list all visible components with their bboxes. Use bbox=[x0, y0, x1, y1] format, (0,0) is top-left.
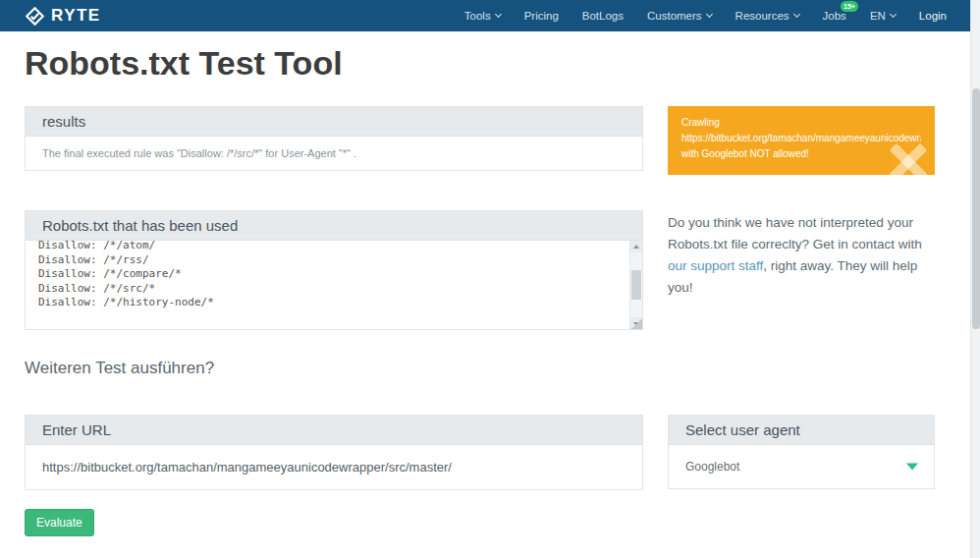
page-title: Robots.txt Test Tool bbox=[25, 44, 935, 82]
selected-user-agent: Googlebot bbox=[685, 460, 739, 474]
robots-content-textarea[interactable]: Disallow: /*/atom/ Disallow: /*/rss/ Dis… bbox=[26, 241, 642, 329]
textarea-scrollbar[interactable] bbox=[629, 241, 642, 329]
nav-item-label: Customers bbox=[647, 10, 702, 22]
evaluate-button[interactable]: Evaluate bbox=[25, 509, 94, 536]
nav-item-jobs[interactable]: Jobs 15+ bbox=[811, 0, 858, 31]
nav-item-botlogs[interactable]: BotLogs bbox=[571, 0, 635, 31]
scrollbar-thumb[interactable] bbox=[631, 270, 641, 300]
enter-url-header: Enter URL bbox=[26, 416, 642, 445]
results-panel-header: results bbox=[26, 107, 642, 137]
alert-line3: with Googlebot NOT allowed! bbox=[681, 148, 809, 159]
nav-item-label: BotLogs bbox=[582, 10, 624, 22]
ryte-logo[interactable]: RYTE bbox=[26, 6, 101, 26]
chevron-down-icon bbox=[495, 11, 502, 18]
brand-name: RYTE bbox=[51, 6, 101, 26]
robots-panel: Robots.txt that has been used Disallow: … bbox=[25, 210, 643, 330]
chevron-down-icon bbox=[793, 11, 800, 18]
robots-panel-header: Robots.txt that has been used bbox=[26, 211, 642, 241]
nav-menu: Tools Pricing BotLogs Customers Resource… bbox=[453, 0, 958, 31]
jobs-count-badge: 15+ bbox=[841, 1, 858, 12]
page-container: Robots.txt Test Tool results The final e… bbox=[0, 44, 935, 536]
nav-item-tools[interactable]: Tools bbox=[453, 0, 513, 31]
robots-panel-body: Disallow: /*/atom/ Disallow: /*/rss/ Dis… bbox=[26, 241, 642, 329]
not-allowed-x-icon bbox=[886, 140, 931, 175]
retest-prompt: Weiteren Test ausführen? bbox=[25, 359, 935, 378]
nav-item-login[interactable]: Login bbox=[907, 0, 958, 31]
results-panel-body: The final executed rule was "Disallow: /… bbox=[26, 137, 642, 170]
nav-item-label: Login bbox=[919, 10, 947, 22]
enter-url-body bbox=[26, 445, 642, 489]
url-input[interactable] bbox=[26, 445, 642, 489]
nav-item-language[interactable]: EN bbox=[858, 0, 907, 31]
nav-item-label: Pricing bbox=[524, 10, 559, 22]
nav-item-resources[interactable]: Resources bbox=[724, 0, 811, 31]
top-navbar: RYTE Tools Pricing BotLogs Customers Res… bbox=[0, 0, 980, 31]
final-rule-text: The final executed rule was "Disallow: /… bbox=[26, 137, 642, 170]
scroll-up-arrow-icon[interactable] bbox=[630, 241, 642, 252]
support-help-text: Do you think we have not interpreted you… bbox=[668, 212, 935, 298]
user-agent-select[interactable]: Googlebot bbox=[669, 445, 934, 488]
nav-item-label: Tools bbox=[464, 10, 491, 22]
user-agent-panel: Select user agent Googlebot bbox=[668, 415, 935, 489]
chevron-down-icon bbox=[890, 11, 897, 18]
robots-row: Robots.txt that has been used Disallow: … bbox=[25, 210, 935, 330]
nav-item-label: Resources bbox=[735, 10, 789, 22]
enter-url-panel: Enter URL bbox=[25, 415, 643, 490]
nav-item-customers[interactable]: Customers bbox=[635, 0, 724, 31]
chevron-down-icon bbox=[706, 11, 713, 18]
nav-item-pricing[interactable]: Pricing bbox=[513, 0, 571, 31]
nav-item-label: EN bbox=[870, 10, 886, 22]
nav-item-label: Jobs bbox=[823, 10, 846, 22]
input-row: Enter URL Select user agent Googlebot bbox=[25, 415, 935, 490]
ryte-diamond-check-icon bbox=[26, 7, 44, 26]
page-scrollbar[interactable] bbox=[970, 0, 980, 558]
resize-handle[interactable] bbox=[631, 318, 642, 329]
support-staff-link[interactable]: our support staff bbox=[668, 258, 763, 273]
crawl-not-allowed-alert: Crawling https://bitbucket.org/tamachan/… bbox=[668, 106, 935, 175]
page-scrollbar-thumb[interactable] bbox=[972, 88, 980, 329]
alert-line1: Crawling bbox=[681, 117, 720, 128]
results-panel: results The final executed rule was "Dis… bbox=[25, 106, 643, 171]
dropdown-caret-icon bbox=[906, 464, 918, 471]
results-row: results The final executed rule was "Dis… bbox=[25, 106, 935, 175]
help-text-before: Do you think we have not interpreted you… bbox=[668, 215, 922, 251]
user-agent-header: Select user agent bbox=[669, 416, 934, 445]
